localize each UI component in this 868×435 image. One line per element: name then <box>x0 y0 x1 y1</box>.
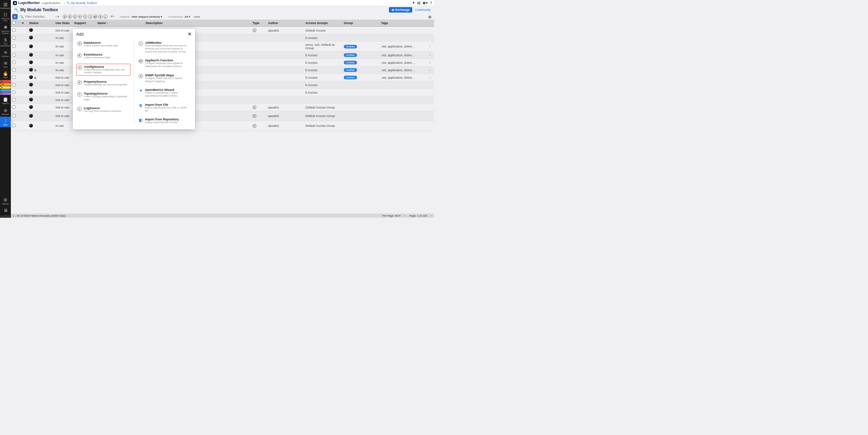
clear-button[interactable]: Clear <box>194 15 200 18</box>
status-ok-icon <box>29 28 33 32</box>
sparkle-icon[interactable]: ✦ <box>412 1 415 5</box>
help-icon[interactable]: ? <box>430 1 432 5</box>
sidebar-item-more[interactable]: ⋮More <box>0 117 11 127</box>
notes-icon[interactable]: ▤ <box>417 1 420 5</box>
row-checkbox[interactable] <box>12 83 16 86</box>
alert-badge[interactable]: 0 <box>0 89 11 92</box>
add-option-import-from-repository[interactable]: ◧ Import from Repository Legacy Import/U… <box>138 117 192 125</box>
row-checkbox[interactable] <box>12 61 16 64</box>
type-badge: D <box>253 124 256 128</box>
row-checkbox[interactable] <box>12 76 16 79</box>
col-header[interactable]: ▾ <box>21 20 28 27</box>
col-header[interactable]: Tags <box>380 20 428 27</box>
type-filter-t[interactable]: T <box>83 15 87 19</box>
col-header[interactable]: Type <box>251 20 267 27</box>
filter-icon[interactable]: ⧩▾ <box>110 15 114 19</box>
pager[interactable]: Page: 1 of 126 <box>409 214 427 217</box>
sidebar-item-services[interactable]: ≋Services <box>0 48 11 59</box>
row-checkbox[interactable] <box>12 36 16 39</box>
pager-prev[interactable]: ‹ <box>405 214 406 217</box>
col-header[interactable]: Description <box>144 20 251 27</box>
close-icon[interactable]: ✕ <box>188 32 192 37</box>
type-filter-c[interactable]: C <box>73 15 77 19</box>
alert-badge[interactable]: 735 <box>0 83 11 86</box>
type-filter-e[interactable]: E <box>68 15 72 19</box>
group-pill: DotNet <box>344 76 357 79</box>
exchange-button[interactable]: ⇄Exchange <box>389 7 413 13</box>
per-page[interactable]: Per Page: 50 ▾ <box>382 214 400 217</box>
col-header[interactable]: Name ↑ <box>96 20 144 27</box>
option-desc: Configure frequently used AppliesTo Stat… <box>145 62 191 68</box>
col-header[interactable]: Group <box>342 20 380 27</box>
type-filter-s[interactable]: S <box>98 15 102 19</box>
add-option-appliesto-function[interactable]: AT AppliesTo Function Configure frequent… <box>138 58 192 69</box>
add-option-import-from-file[interactable]: ⎘ Import from File Import LogicModule fr… <box>138 102 192 114</box>
row-checkbox[interactable] <box>12 98 16 101</box>
community-link[interactable]: Community <box>415 8 431 12</box>
type-filter-p[interactable]: P <box>78 15 82 19</box>
sidebar-item-websites[interactable]: ⊕Websites <box>0 106 11 117</box>
type-filter-d[interactable]: D <box>63 15 67 19</box>
col-header[interactable] <box>428 20 434 27</box>
chevron-right-icon[interactable]: › <box>429 54 430 57</box>
option-desc: Find logs from monitored resources. <box>84 110 122 113</box>
row-checkbox[interactable] <box>12 124 16 127</box>
col-header[interactable]: Use Statu <box>54 20 73 27</box>
breadcrumb-page[interactable]: My Module Toolbox <box>71 1 97 5</box>
chevron-right-icon[interactable]: › <box>429 76 430 79</box>
skipped-dropdown[interactable]: Hide skipped (default) ▾ <box>132 15 162 18</box>
row-checkbox[interactable] <box>12 105 16 109</box>
option-icon: D <box>77 41 82 46</box>
row-checkbox[interactable] <box>12 91 16 94</box>
row-checkbox[interactable] <box>12 114 16 117</box>
chevron-right-icon[interactable]: › <box>429 68 430 72</box>
sidebar-item-alerts[interactable]: 🔥Alerts <box>0 69 11 80</box>
col-header[interactable]: Access Groups <box>304 20 342 27</box>
alert-badge[interactable]: 9k <box>0 86 11 89</box>
pager-next[interactable]: › <box>431 214 432 217</box>
breadcrumb-root[interactable]: LogicModules <box>41 1 60 5</box>
star-icon[interactable]: ☆▾ <box>55 15 59 18</box>
sidebar-item-logs[interactable]: ≣Logs <box>0 59 11 69</box>
col-header[interactable] <box>11 20 21 27</box>
type-filter-at[interactable]: AT <box>93 15 97 19</box>
option-title: PropertySource <box>84 80 128 83</box>
row-checkbox[interactable] <box>12 68 16 72</box>
sidebar-item-cost-optimization[interactable]: $Cost Optimization <box>0 36 11 48</box>
add-option-topologysource[interactable]: T TopologySource Collect topology relati… <box>76 91 131 102</box>
add-option-configsource[interactable]: C ConfigSource Collect resource configur… <box>76 64 131 76</box>
type-filter-j[interactable]: J <box>88 15 92 19</box>
customized-dropdown[interactable]: All ▾ <box>184 15 190 18</box>
col-header[interactable]: Status <box>28 20 54 27</box>
add-option-eventsource[interactable]: E EventSource Collect event-based data. <box>76 52 131 60</box>
filter-input[interactable] <box>25 15 52 18</box>
add-option-openmetrics-wizard[interactable]: ✦ OpenMetrics Wizard Create a LogicModul… <box>138 87 192 99</box>
sidebar-item-reports[interactable]: 📋Reports <box>0 95 11 106</box>
col-header[interactable]: Support <box>73 20 96 27</box>
sidebar-session[interactable]: 🖥 <box>0 206 11 215</box>
alert-badge[interactable]: 4k <box>0 80 11 83</box>
option-icon: P <box>77 80 82 85</box>
brand-logo[interactable]: ◆LogicMonitor <box>13 1 40 5</box>
add-option-jobmonitor[interactable]: J JobMonitor Track scheduled tasks and c… <box>138 40 192 54</box>
sidebar-settings[interactable]: ⚙Settings <box>0 196 11 206</box>
sidebar-item-resource-tree[interactable]: ☷Resource Tree <box>0 11 11 23</box>
chevron-right-icon[interactable]: › <box>429 61 430 64</box>
add-option-datasource[interactable]: D DataSource Collect numeric time-series… <box>76 40 131 48</box>
grid-view-icon[interactable]: ▦ <box>428 15 431 19</box>
alert-badge[interactable]: 27 <box>0 92 11 95</box>
row-checkbox[interactable] <box>12 28 16 32</box>
add-option-logsource[interactable]: L LogSource Find logs from monitored res… <box>76 105 131 114</box>
chevron-right-icon[interactable]: › <box>429 45 430 48</box>
row-checkbox[interactable] <box>12 44 16 48</box>
col-header[interactable]: Author <box>267 20 304 27</box>
row-checkbox[interactable] <box>12 53 16 57</box>
sidebar-item-resource-explorer[interactable]: ✱Resource Explorer <box>0 23 11 36</box>
type-filter-l[interactable]: L <box>103 15 107 19</box>
sidebar-item-dashboards[interactable]: ▥Dashboards <box>0 0 11 11</box>
select-all-checkbox[interactable] <box>12 21 16 24</box>
add-button[interactable]: + <box>12 14 18 19</box>
user-icon[interactable]: ◉▾ <box>422 1 428 5</box>
add-option-snmp-sysoid-maps[interactable]: S SNMP SysOID Maps Configure SNMP SysOID… <box>138 73 192 84</box>
add-option-propertysource[interactable]: P PropertySource Programmatically set re… <box>76 79 131 87</box>
